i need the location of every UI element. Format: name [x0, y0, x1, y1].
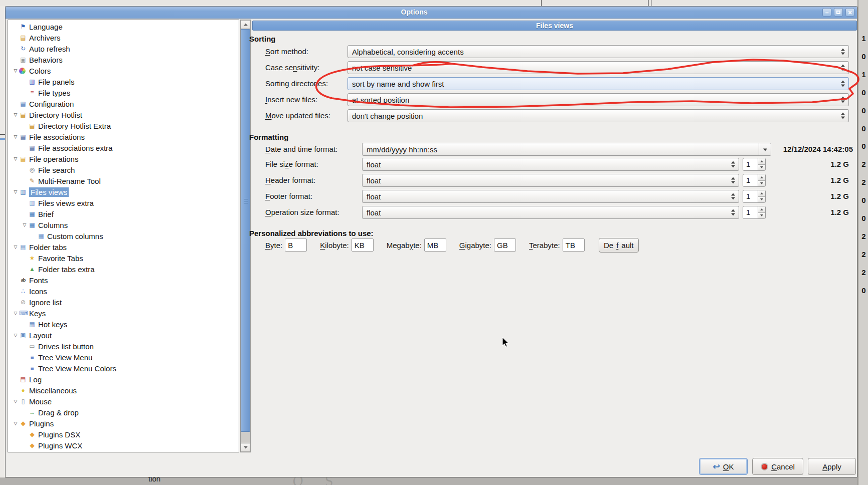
- spin-down-icon[interactable]: [758, 196, 765, 203]
- byte-field[interactable]: B: [285, 238, 307, 252]
- tree-item-plugins[interactable]: ▽◆Plugins: [8, 418, 239, 429]
- maximize-icon[interactable]: [834, 8, 843, 17]
- tree-item-miscellaneous[interactable]: ●Miscellaneous: [8, 385, 239, 396]
- tree-item-tree-view-menu[interactable]: ≡Tree View Menu: [8, 352, 239, 363]
- tree-item-hot-keys[interactable]: ▦Hot keys: [8, 319, 239, 330]
- terabyte-field[interactable]: TB: [563, 238, 585, 252]
- tree-item-log[interactable]: ▤Log: [8, 374, 239, 385]
- tree-item-multi-rename-tool[interactable]: ✎Multi-Rename Tool: [8, 175, 239, 186]
- header-format-dropdown[interactable]: float: [362, 174, 739, 187]
- background-window-edge: [541, 0, 542, 6]
- case-sensitivity-dropdown[interactable]: not case sensitive: [348, 61, 849, 74]
- close-icon[interactable]: [845, 8, 854, 17]
- tree-item-file-types[interactable]: ≡File types: [8, 87, 239, 98]
- tree-item-drag-drop[interactable]: →Drag & drop: [8, 407, 239, 418]
- tree-item-file-search[interactable]: ◎File search: [8, 164, 239, 175]
- insert-new-files-dropdown[interactable]: at sorted position: [348, 93, 849, 106]
- file-size-format-dropdown[interactable]: float: [362, 158, 739, 171]
- tree-item-brief[interactable]: ▦Brief: [8, 208, 239, 219]
- expand-triangle-icon[interactable]: ▽: [12, 112, 19, 117]
- spin-up-icon[interactable]: [758, 174, 765, 180]
- spin-down-icon[interactable]: [758, 212, 765, 219]
- spin-down-icon[interactable]: [758, 180, 765, 187]
- row-sort-method: Sort method: Alphabetical, considering a…: [265, 45, 857, 58]
- expand-triangle-icon[interactable]: ▽: [12, 189, 19, 194]
- minimize-icon[interactable]: [822, 8, 831, 17]
- move-updated-files-dropdown[interactable]: don't change position: [348, 109, 849, 122]
- expand-triangle-icon[interactable]: ▽: [12, 156, 19, 161]
- operation-size-format-dropdown[interactable]: float: [362, 206, 739, 219]
- sort-method-dropdown[interactable]: Alphabetical, considering accents: [348, 45, 849, 58]
- spinner-icon: [731, 177, 735, 184]
- spin-up-icon[interactable]: [758, 206, 765, 212]
- expand-triangle-icon[interactable]: ▽: [12, 134, 19, 139]
- tree-item-folder-tabs-extra[interactable]: ▲Folder tabs extra: [8, 264, 239, 275]
- megabyte-field[interactable]: MB: [424, 238, 446, 252]
- date-time-format-combobox[interactable]: mm/dd/yyyy hh:nn:ss: [362, 143, 771, 156]
- tree-item-layout[interactable]: ▽▣Layout: [8, 330, 239, 341]
- tree-item-drives-list-button[interactable]: ▭Drives list button: [8, 341, 239, 352]
- footer-precision-stepper[interactable]: 1: [743, 190, 766, 203]
- tree-item-archivers[interactable]: ▤Archivers: [8, 32, 239, 43]
- tree-item-plugins-wdx[interactable]: ◆Plugins WDX: [8, 451, 239, 452]
- tree-item-auto-refresh[interactable]: ↻Auto refresh: [8, 43, 239, 54]
- expand-triangle-icon[interactable]: ▽: [12, 68, 19, 73]
- tree-item-label: File types: [38, 89, 70, 97]
- cancel-button[interactable]: Cancel: [752, 458, 803, 475]
- tree-item-plugins-dsx[interactable]: ◆Plugins DSX: [8, 429, 239, 440]
- tree-item-mouse[interactable]: ▽▯Mouse: [8, 396, 239, 407]
- tree-item-language[interactable]: ⚑Language: [8, 21, 239, 32]
- options-tree[interactable]: ⚑Language▤Archivers↻Auto refresh▣Behavio…: [8, 20, 239, 452]
- row-move-updated-files: Move updated files: don't change positio…: [265, 109, 857, 122]
- tree-item-file-operations[interactable]: ▽▤File operations: [8, 153, 239, 164]
- tree-item-plugins-wcx[interactable]: ◆Plugins WCX: [8, 440, 239, 451]
- ok-button[interactable]: ↩ OK: [699, 458, 748, 475]
- spin-up-icon[interactable]: [758, 158, 765, 164]
- tree-item-keys[interactable]: ▽⌨Keys: [8, 308, 239, 319]
- tree-item-file-associations-extra[interactable]: ▦File associations extra: [8, 142, 239, 153]
- tree-item-columns[interactable]: ▽▦Columns: [8, 219, 239, 230]
- tree-item-file-associations[interactable]: ▽▦File associations: [8, 131, 239, 142]
- tree-item-colors[interactable]: ▽Colors: [8, 65, 239, 76]
- kilobyte-field[interactable]: KB: [352, 238, 374, 252]
- apply-button[interactable]: Apply: [808, 458, 856, 475]
- expand-triangle-icon[interactable]: ▽: [12, 245, 19, 250]
- expand-triangle-icon[interactable]: ▽: [21, 222, 28, 227]
- footer-format-dropdown[interactable]: float: [362, 190, 739, 203]
- spin-down-icon[interactable]: [758, 164, 765, 171]
- scroll-down-icon[interactable]: [241, 443, 250, 452]
- background-left-strip: [0, 6, 5, 477]
- default-button[interactable]: Default: [599, 238, 639, 253]
- tree-item-files-views[interactable]: ▽▥Files views: [8, 186, 239, 197]
- tree-item-ignore-list[interactable]: ⊘Ignore list: [8, 297, 239, 308]
- tree-item-favorite-tabs[interactable]: ★Favorite Tabs: [8, 253, 239, 264]
- titlebar[interactable]: Options: [6, 7, 857, 19]
- dropdown-arrow-icon[interactable]: [759, 143, 771, 155]
- tree-item-custom-columns[interactable]: ▦Custom columns: [8, 230, 239, 241]
- tree-item-folder-tabs[interactable]: ▽▤Folder tabs: [8, 241, 239, 253]
- spin-up-icon[interactable]: [758, 190, 765, 196]
- expand-triangle-icon[interactable]: ▽: [12, 333, 19, 338]
- sorting-directories-dropdown[interactable]: sort by name and show first: [348, 77, 849, 90]
- gigabyte-field[interactable]: GB: [494, 238, 516, 252]
- scroll-up-icon[interactable]: [241, 20, 250, 29]
- tree-item-tree-view-menu-colors[interactable]: ≡Tree View Menu Colors: [8, 363, 239, 374]
- tree-item-files-views-extra[interactable]: ▥Files views extra: [8, 197, 239, 208]
- tree-item-label: Plugins: [29, 419, 54, 428]
- header-precision-stepper[interactable]: 1: [743, 174, 766, 187]
- file-size-precision-stepper[interactable]: 1: [743, 158, 766, 171]
- tree-item-label: Archivers: [29, 34, 61, 42]
- tree-item-configuration[interactable]: ▦Configuration: [8, 98, 239, 109]
- expand-triangle-icon[interactable]: ▽: [12, 399, 19, 404]
- expand-triangle-icon[interactable]: ▽: [12, 311, 19, 316]
- tree-item-fonts[interactable]: abFonts: [8, 275, 239, 286]
- misc-ball-icon: ●: [19, 387, 27, 393]
- tree-item-directory-hotlist[interactable]: ▽▤Directory Hotlist: [8, 109, 239, 120]
- tree-item-behaviors[interactable]: ▣Behaviors: [8, 54, 239, 65]
- row-footer-format: Footer format: float 1 1.2 G: [265, 190, 857, 203]
- expand-triangle-icon[interactable]: ▽: [12, 421, 19, 426]
- tree-item-icons[interactable]: ∴Icons: [8, 286, 239, 297]
- operation-size-precision-stepper[interactable]: 1: [743, 206, 766, 219]
- tree-item-file-panels[interactable]: ▥File panels: [8, 76, 239, 87]
- tree-item-directory-hotlist-extra[interactable]: ▤Directory Hotlist Extra: [8, 120, 239, 131]
